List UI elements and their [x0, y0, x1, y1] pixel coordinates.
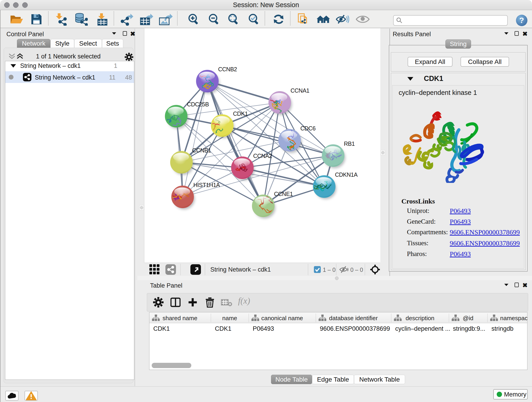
svg-text:CDK1: CDK1	[233, 110, 248, 117]
svg-text:CCNE1: CCNE1	[274, 191, 293, 197]
svg-text:CCNB1: CCNB1	[192, 147, 211, 153]
svg-text:HIST1H1A: HIST1H1A	[193, 182, 220, 188]
svg-text:CCNB2: CCNB2	[218, 66, 237, 72]
svg-text:CCNA1: CCNA1	[291, 87, 309, 94]
svg-text:CDC6: CDC6	[300, 125, 316, 132]
svg-text:?: ?	[519, 16, 524, 25]
svg-text:CDKN1A: CDKN1A	[335, 172, 358, 178]
svg-text:RB1: RB1	[344, 140, 355, 147]
svg-text:CCNA2: CCNA2	[253, 153, 272, 159]
svg-text:CDC25B: CDC25B	[187, 101, 209, 108]
